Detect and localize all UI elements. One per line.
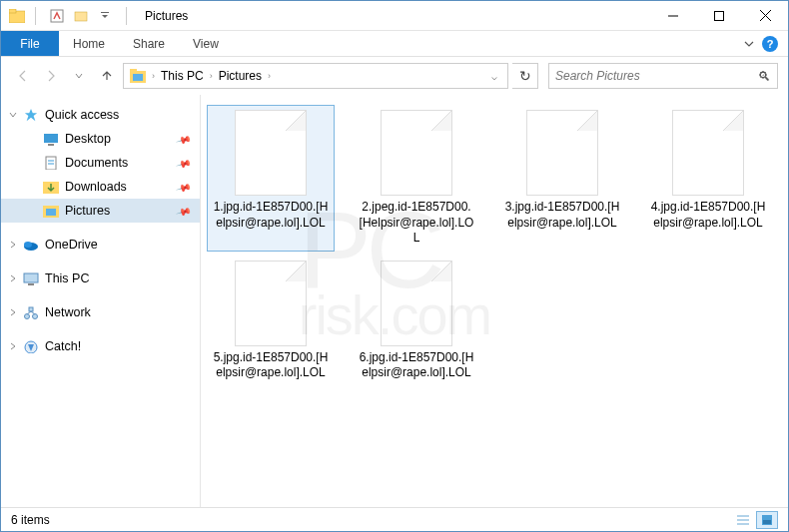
refresh-button[interactable]: ↻ [512, 63, 538, 89]
sidebar-item-label: Network [45, 305, 91, 319]
network-icon [23, 305, 39, 319]
pin-icon: 📌 [176, 179, 192, 195]
sidebar-item-label: Pictures [65, 204, 110, 218]
sidebar-item-label: Catch! [45, 339, 81, 353]
sidebar-item-label: This PC [45, 271, 89, 285]
file-item[interactable]: 2.jpeg.id-1E857D00.[Helpsir@rape.lol].LO… [353, 105, 480, 252]
search-icon[interactable]: 🔍︎ [758, 69, 771, 84]
pictures-icon [43, 204, 59, 218]
file-icon [381, 261, 452, 346]
titlebar: Pictures [1, 1, 788, 31]
ribbon-expand-icon[interactable] [744, 39, 754, 49]
file-icon [235, 110, 307, 196]
sidebar-item-label: OneDrive [45, 238, 98, 252]
ribbon-tab-home[interactable]: Home [59, 31, 119, 56]
view-details-button[interactable] [732, 511, 754, 529]
svg-rect-12 [44, 134, 58, 143]
navbar: › This PC › Pictures › ⌵ ↻ 🔍︎ [1, 57, 788, 95]
sidebar-item-documents[interactable]: Documents📌 [1, 151, 200, 175]
svg-rect-34 [763, 520, 771, 524]
ribbon-file-tab[interactable]: File [1, 31, 59, 56]
breadcrumb-seg-thispc[interactable]: This PC [161, 69, 204, 83]
ribbon-tab-view[interactable]: View [179, 31, 233, 56]
file-grid[interactable]: 1.jpg.id-1E857D00.[Helpsir@rape.lol].LOL… [201, 95, 788, 507]
svg-rect-19 [46, 209, 56, 216]
svg-point-25 [33, 314, 38, 319]
desktop-icon [43, 132, 59, 146]
file-name: 1.jpg.id-1E857D00.[Helpsir@rape.lol].LOL [212, 200, 330, 231]
forward-button[interactable] [39, 64, 63, 88]
chevron-right-icon [9, 241, 17, 249]
file-item[interactable]: 5.jpg.id-1E857D00.[Helpsir@rape.lol].LOL [207, 256, 335, 386]
svg-point-21 [24, 242, 32, 248]
svg-rect-13 [48, 144, 54, 146]
maximize-button[interactable] [696, 1, 742, 31]
pin-icon: 📌 [176, 203, 192, 219]
sidebar-quick-access[interactable]: Quick access [1, 103, 200, 127]
file-item[interactable]: 1.jpg.id-1E857D00.[Helpsir@rape.lol].LOL [207, 105, 335, 252]
search-box[interactable]: 🔍︎ [548, 63, 778, 89]
back-button[interactable] [11, 64, 35, 88]
qat-dropdown-button[interactable] [94, 5, 116, 27]
svg-rect-1 [9, 9, 16, 13]
sidebar-item-network[interactable]: Network [1, 300, 200, 324]
svg-rect-3 [75, 12, 87, 21]
svg-point-24 [25, 314, 30, 319]
sidebar: Quick access Desktop📌Documents📌Downloads… [1, 95, 201, 507]
sidebar-item-onedrive[interactable]: OneDrive [1, 233, 200, 257]
star-icon [23, 108, 39, 122]
file-name: 5.jpg.id-1E857D00.[Helpsir@rape.lol].LOL [212, 350, 330, 381]
svg-rect-10 [130, 69, 137, 73]
file-item[interactable]: 6.jpg.id-1E857D00.[Helpsir@rape.lol].LOL [353, 256, 480, 386]
chevron-down-icon [9, 111, 17, 119]
chevron-right-icon [9, 342, 17, 350]
svg-rect-22 [24, 273, 38, 282]
pin-icon: 📌 [176, 131, 192, 147]
ribbon: File Home Share View ? [1, 31, 788, 57]
qat-properties-button[interactable] [46, 5, 68, 27]
sidebar-label: Quick access [45, 108, 119, 122]
file-item[interactable]: 4.jpg.id-1E857D00.[Helpsir@rape.lol].LOL [644, 105, 772, 252]
sidebar-item-label: Downloads [65, 180, 127, 194]
file-item[interactable]: 3.jpg.id-1E857D00.[Helpsir@rape.lol].LOL [498, 105, 626, 252]
file-name: 4.jpg.id-1E857D00.[Helpsir@rape.lol].LOL [649, 200, 767, 231]
ribbon-tab-share[interactable]: Share [119, 31, 179, 56]
file-icon [672, 110, 744, 196]
recent-dropdown[interactable] [67, 64, 91, 88]
pictures-icon [130, 69, 146, 83]
minimize-button[interactable] [650, 1, 696, 31]
file-name: 6.jpg.id-1E857D00.[Helpsir@rape.lol].LOL [358, 350, 475, 381]
chevron-right-icon[interactable]: › [264, 71, 275, 81]
help-icon[interactable]: ? [762, 36, 778, 52]
chevron-right-icon[interactable]: › [206, 71, 217, 81]
up-button[interactable] [95, 64, 119, 88]
breadcrumb[interactable]: › This PC › Pictures › ⌵ [123, 63, 508, 89]
sidebar-item-downloads[interactable]: Downloads📌 [1, 175, 200, 199]
breadcrumb-dropdown[interactable]: ⌵ [487, 71, 501, 82]
file-name: 2.jpeg.id-1E857D00.[Helpsir@rape.lol].LO… [358, 200, 475, 247]
pin-icon: 📌 [176, 155, 192, 171]
thispc-icon [23, 271, 39, 285]
qat-newfolder-button[interactable] [70, 5, 92, 27]
svg-rect-23 [28, 283, 34, 285]
sidebar-item-desktop[interactable]: Desktop📌 [1, 127, 200, 151]
sidebar-item-catch[interactable]: Catch! [1, 334, 200, 358]
sidebar-item-label: Desktop [65, 132, 111, 146]
file-icon [381, 110, 452, 196]
search-input[interactable] [555, 69, 758, 83]
svg-rect-11 [133, 74, 143, 81]
close-button[interactable] [742, 1, 788, 31]
breadcrumb-seg-pictures[interactable]: Pictures [219, 69, 262, 83]
view-largeicons-button[interactable] [756, 511, 778, 529]
file-icon [235, 261, 307, 346]
downloads-icon [43, 180, 59, 194]
sidebar-item-pictures[interactable]: Pictures📌 [1, 199, 200, 223]
chevron-right-icon[interactable]: › [148, 71, 159, 81]
chevron-right-icon [9, 274, 17, 282]
svg-rect-26 [29, 307, 33, 311]
window-title: Pictures [145, 9, 188, 23]
catch-icon [23, 339, 39, 353]
svg-rect-4 [101, 12, 109, 13]
svg-rect-6 [715, 11, 724, 20]
sidebar-item-thispc[interactable]: This PC [1, 266, 200, 290]
